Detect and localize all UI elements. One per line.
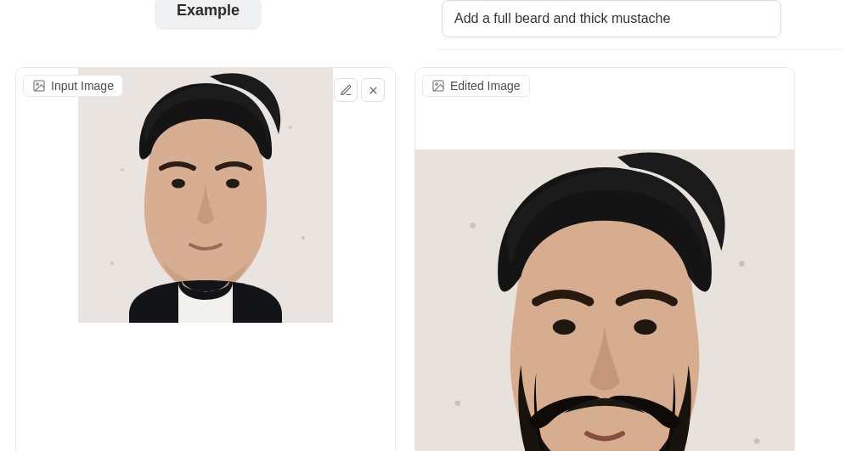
svg-point-3 bbox=[121, 168, 124, 172]
svg-point-8 bbox=[226, 179, 240, 189]
close-icon bbox=[367, 84, 380, 97]
clear-image-button[interactable] bbox=[361, 78, 385, 102]
example-button[interactable]: Example bbox=[155, 0, 262, 30]
image-icon bbox=[431, 79, 445, 93]
input-image[interactable] bbox=[16, 68, 395, 323]
svg-point-6 bbox=[302, 236, 305, 240]
svg-point-17 bbox=[634, 319, 657, 335]
prompt-input[interactable]: Add a full beard and thick mustache bbox=[442, 0, 781, 37]
divider bbox=[437, 49, 841, 50]
svg-point-13 bbox=[739, 261, 745, 267]
svg-point-1 bbox=[37, 83, 39, 86]
svg-point-5 bbox=[110, 262, 114, 265]
edited-image-panel: Edited Image bbox=[414, 67, 795, 451]
svg-point-4 bbox=[289, 126, 292, 129]
edit-image-button[interactable] bbox=[334, 78, 358, 102]
edited-image-badge-label: Edited Image bbox=[450, 79, 521, 93]
svg-point-15 bbox=[754, 438, 760, 444]
svg-point-16 bbox=[553, 319, 576, 335]
edited-image[interactable] bbox=[415, 68, 794, 451]
pencil-icon bbox=[340, 84, 352, 97]
svg-point-14 bbox=[454, 400, 460, 406]
image-icon bbox=[32, 79, 46, 93]
svg-point-7 bbox=[172, 179, 185, 189]
input-image-badge-label: Input Image bbox=[51, 79, 114, 93]
input-image-panel: Input Image bbox=[15, 67, 396, 451]
svg-point-12 bbox=[470, 223, 476, 228]
svg-point-10 bbox=[436, 83, 438, 86]
input-image-badge: Input Image bbox=[23, 75, 123, 97]
edited-image-badge: Edited Image bbox=[422, 75, 530, 97]
